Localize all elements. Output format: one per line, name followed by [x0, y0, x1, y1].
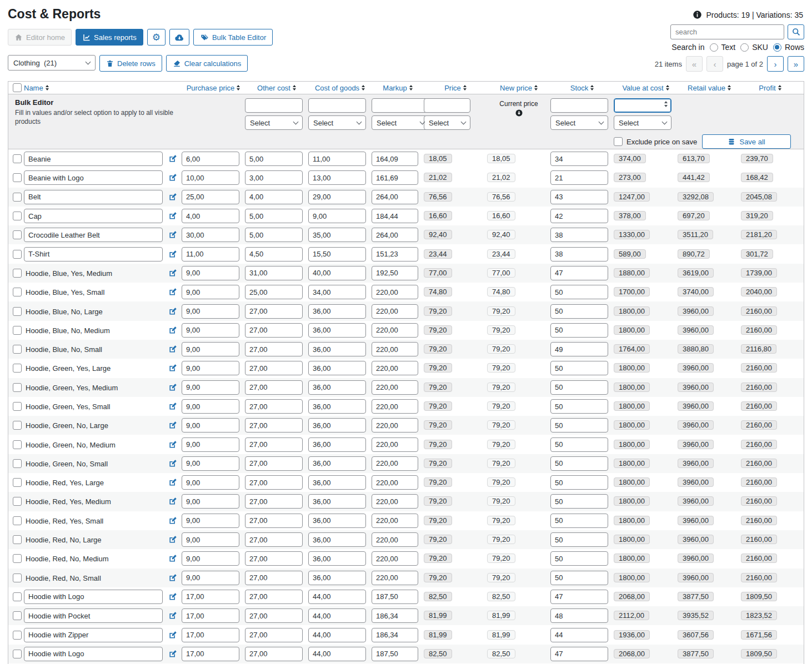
row-checkbox[interactable] [13, 364, 22, 373]
other-cost-input[interactable] [245, 152, 303, 166]
other-cost-input[interactable] [245, 551, 303, 566]
stock-input[interactable] [550, 304, 608, 319]
edit-icon[interactable] [168, 193, 177, 202]
edit-icon[interactable] [168, 345, 177, 354]
stock-input[interactable] [550, 190, 608, 204]
purchase-price-input[interactable] [182, 361, 239, 375]
cost-of-goods-input[interactable] [308, 399, 366, 414]
row-checkbox[interactable] [13, 173, 22, 182]
edit-icon[interactable] [168, 554, 177, 563]
other-cost-input[interactable] [245, 190, 303, 204]
column-header-value-at-cost[interactable]: Value at cost [614, 84, 678, 92]
product-name-input[interactable] [24, 628, 163, 642]
cost-of-goods-input[interactable] [308, 551, 366, 566]
stock-input[interactable] [550, 647, 608, 661]
row-checkbox[interactable] [13, 345, 22, 354]
purchase-price-input[interactable] [182, 266, 239, 280]
radio-rows-circle[interactable] [773, 43, 781, 52]
markup-input[interactable] [372, 304, 418, 319]
other-cost-input[interactable] [245, 647, 303, 661]
cost-of-goods-input[interactable] [308, 590, 366, 604]
product-name-input[interactable] [24, 170, 163, 185]
markup-input[interactable] [372, 399, 418, 414]
purchase-price-input[interactable] [182, 342, 239, 356]
markup-input[interactable] [372, 608, 418, 623]
markup-input[interactable] [372, 170, 418, 185]
purchase-price-input[interactable] [182, 228, 239, 242]
radio-sku-circle[interactable] [740, 43, 749, 52]
product-name-input[interactable] [24, 590, 163, 604]
radio-rows[interactable]: Rows [773, 43, 804, 52]
markup-input[interactable] [372, 494, 418, 509]
select-all-checkbox[interactable] [13, 83, 22, 92]
bulk-cost-of-goods-input[interactable] [372, 98, 429, 113]
purchase-price-input[interactable] [182, 380, 239, 395]
purchase-price-input[interactable] [182, 399, 239, 414]
other-cost-input[interactable] [245, 608, 303, 623]
edit-icon[interactable] [168, 497, 177, 506]
purchase-price-input[interactable] [182, 571, 239, 585]
editor-home-button[interactable]: Editor home [8, 29, 72, 46]
stock-input[interactable] [550, 437, 608, 452]
cost-of-goods-input[interactable] [308, 152, 366, 166]
other-cost-input[interactable] [245, 571, 303, 585]
column-header-new-price[interactable]: New price [487, 84, 550, 92]
markup-input[interactable] [372, 247, 418, 261]
row-checkbox[interactable] [13, 478, 22, 487]
markup-input[interactable] [372, 571, 418, 585]
clear-calculations-button[interactable]: Clear calculations [166, 55, 248, 72]
column-header-stock[interactable]: Stock [550, 84, 614, 92]
markup-input[interactable] [372, 228, 418, 242]
product-name-input[interactable] [24, 209, 163, 223]
column-header-profit[interactable]: Profit [741, 84, 799, 92]
edit-icon[interactable] [168, 592, 177, 601]
other-cost-input[interactable] [245, 228, 303, 242]
row-checkbox[interactable] [13, 250, 22, 259]
edit-icon[interactable] [168, 402, 177, 411]
stock-input[interactable] [550, 494, 608, 509]
cost-of-goods-input[interactable] [308, 437, 366, 452]
row-checkbox[interactable] [13, 269, 22, 278]
bulk-new-price-input[interactable] [550, 98, 608, 113]
markup-input[interactable] [372, 285, 418, 299]
last-page-button[interactable]: » [788, 56, 804, 72]
markup-input[interactable] [372, 514, 418, 528]
stock-input[interactable] [550, 590, 608, 604]
markup-input[interactable] [372, 456, 418, 471]
purchase-price-input[interactable] [182, 304, 239, 319]
purchase-price-input[interactable] [182, 514, 239, 528]
cost-of-goods-input[interactable] [308, 209, 366, 223]
stock-input[interactable] [550, 514, 608, 528]
markup-input[interactable] [372, 590, 418, 604]
edit-icon[interactable] [168, 364, 177, 373]
row-checkbox[interactable] [13, 440, 22, 449]
purchase-price-input[interactable] [182, 437, 239, 452]
bulk-markup-input[interactable] [424, 98, 470, 113]
purchase-price-input[interactable] [182, 190, 239, 204]
product-name-input[interactable] [24, 228, 163, 242]
purchase-price-input[interactable] [182, 590, 239, 604]
edit-icon[interactable] [168, 383, 177, 392]
bulk-cost-of-goods-select[interactable]: Select [372, 115, 429, 130]
markup-input[interactable] [372, 361, 418, 375]
markup-input[interactable] [372, 190, 418, 204]
edit-icon[interactable] [168, 212, 177, 220]
delete-rows-button[interactable]: Delete rows [99, 55, 162, 72]
stock-input[interactable] [550, 399, 608, 414]
edit-icon[interactable] [168, 250, 177, 259]
other-cost-input[interactable] [245, 456, 303, 471]
product-name-input[interactable] [24, 247, 163, 261]
cost-of-goods-input[interactable] [308, 342, 366, 356]
other-cost-input[interactable] [245, 532, 303, 547]
cost-of-goods-input[interactable] [308, 190, 366, 204]
row-checkbox[interactable] [13, 421, 22, 430]
stock-input[interactable] [550, 571, 608, 585]
other-cost-input[interactable] [245, 475, 303, 490]
cost-of-goods-input[interactable] [308, 456, 366, 471]
cost-of-goods-input[interactable] [308, 628, 366, 642]
stock-input[interactable] [550, 361, 608, 375]
edit-icon[interactable] [168, 459, 177, 468]
edit-icon[interactable] [168, 326, 177, 335]
other-cost-input[interactable] [245, 590, 303, 604]
purchase-price-input[interactable] [182, 608, 239, 623]
